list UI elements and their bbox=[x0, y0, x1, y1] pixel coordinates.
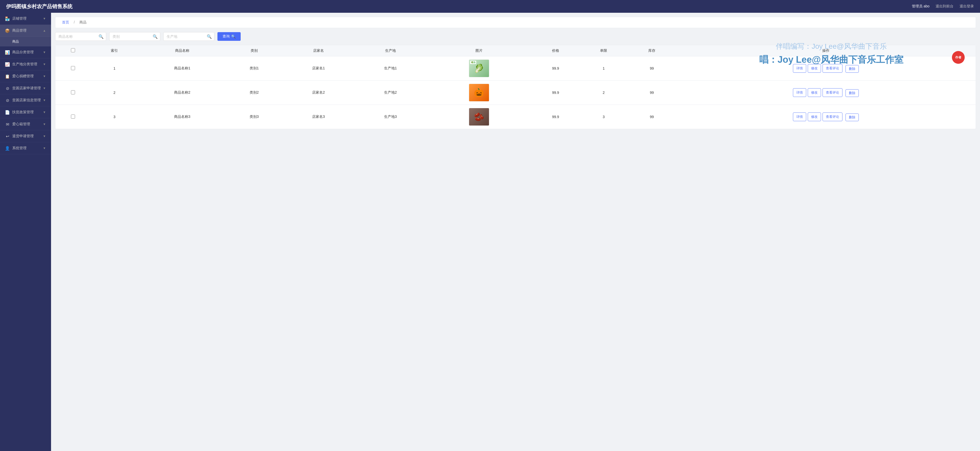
poor-info-icon: ⊘ bbox=[5, 98, 10, 103]
row-limit-0: 1 bbox=[579, 56, 628, 81]
sidebar-item-donation[interactable]: 📋 爱心捐赠管理 ▼ bbox=[0, 70, 51, 83]
sidebar-system-label: 系统管理 bbox=[12, 146, 27, 151]
sidebar-poor-info-label: 贫困店家信息管理 bbox=[12, 98, 41, 103]
detail-btn-0[interactable]: 详情 bbox=[793, 64, 806, 73]
review-btn-0[interactable]: 查看评论 bbox=[822, 64, 842, 73]
sidebar-item-policy[interactable]: 📄 扶贫政策管理 ▼ bbox=[0, 106, 51, 118]
delete-btn-2[interactable]: 删除 bbox=[845, 114, 859, 121]
edit-btn-1[interactable]: 修改 bbox=[808, 88, 821, 97]
chevron-icon-2: ▼ bbox=[43, 62, 46, 66]
refund-icon: ↩ bbox=[5, 134, 10, 138]
product-table-container: 索引 商品名称 类别 店家名 生产地 图片 价格 单限 库存 操作 bbox=[55, 45, 976, 129]
name-filter: 🔍 bbox=[55, 32, 106, 41]
row-actions-0: 详情 修改 查看评论 删除 bbox=[676, 56, 976, 81]
row-price-0: 99.9 bbox=[531, 56, 580, 81]
delete-btn-1[interactable]: 删除 bbox=[845, 89, 859, 97]
origin-filter: 🔍 bbox=[163, 32, 215, 41]
product-table: 索引 商品名称 类别 店家名 生产地 图片 价格 单限 库存 操作 bbox=[56, 45, 976, 129]
sidebar-item-poor-apply[interactable]: ⊘ 贫困店家申请管理 ▼ bbox=[0, 83, 51, 94]
chevron-icon-6: ▼ bbox=[43, 110, 46, 114]
sidebar-subitem-goods[interactable]: 商品 bbox=[0, 37, 51, 46]
row-select-2[interactable] bbox=[71, 114, 75, 119]
app-title: 伊吗图镇乡村农产品销售系统 bbox=[6, 3, 73, 10]
table-header: 索引 商品名称 类别 店家名 生产地 图片 价格 单限 库存 操作 bbox=[56, 45, 976, 56]
sidebar-item-system[interactable]: 👤 系统管理 ▼ bbox=[0, 142, 51, 154]
table-row: 2 商品名称2 类别2 店家名2 生产地2 🎃 99.9 2 99 详情 修改 … bbox=[56, 81, 976, 105]
row-index-2: 3 bbox=[90, 105, 138, 129]
col-action: 操作 bbox=[676, 45, 976, 56]
row-limit-2: 3 bbox=[579, 105, 628, 129]
review-btn-2[interactable]: 查看评论 bbox=[822, 113, 842, 121]
row-price-2: 99.9 bbox=[531, 105, 580, 129]
body-wrap: 🏪 店铺管理 ▼ 📦 商品管理 ▲ 商品 📊 商品分类管理 ▼ 📈 bbox=[0, 13, 980, 451]
sidebar-donation-label: 爱心捐赠管理 bbox=[12, 74, 34, 79]
col-origin: 生产地 bbox=[355, 45, 426, 56]
row-image-1: 🎃 bbox=[426, 81, 531, 105]
action-buttons-2: 详情 修改 查看评论 删除 bbox=[678, 113, 974, 121]
row-shop-0: 店家名1 bbox=[283, 56, 355, 81]
header: 伊吗图镇乡村农产品销售系统 管理员 abo 退出到前台 退出登录 bbox=[0, 0, 980, 13]
sidebar-item-origin[interactable]: 📈 生产地分类管理 ▼ bbox=[0, 59, 51, 70]
sidebar-item-store[interactable]: 🏪 店铺管理 ▼ bbox=[0, 13, 51, 25]
row-actions-2: 详情 修改 查看评论 删除 bbox=[676, 105, 976, 129]
poor-apply-icon: ⊘ bbox=[5, 86, 10, 91]
chevron-icon: ▼ bbox=[43, 51, 46, 54]
sidebar-item-mailbox[interactable]: ✉ 爱心箱管理 ▼ bbox=[0, 118, 51, 130]
row-index-1: 2 bbox=[90, 81, 138, 105]
name-search-icon: 🔍 bbox=[99, 34, 103, 39]
sidebar-item-poor-info[interactable]: ⊘ 贫困店家信息管理 ▼ bbox=[0, 94, 51, 106]
row-origin-2: 生产地3 bbox=[355, 105, 426, 129]
review-btn-1[interactable]: 查看评论 bbox=[822, 88, 842, 97]
col-image: 图片 bbox=[426, 45, 531, 56]
chevron-icon-4: ▼ bbox=[43, 86, 46, 90]
query-label: 查询 bbox=[223, 34, 230, 39]
row-select-0[interactable] bbox=[71, 66, 75, 70]
sidebar-item-product[interactable]: 📦 商品管理 ▲ bbox=[0, 25, 51, 37]
store-icon: 🏪 bbox=[5, 16, 10, 21]
breadcrumb: 首页 / 商品 bbox=[55, 17, 976, 28]
breadcrumb-home[interactable]: 首页 bbox=[62, 20, 69, 24]
chevron-icon-5: ▼ bbox=[43, 98, 46, 102]
main-content: 首页 / 商品 🔍 🔍 🔍 查询 🔍 bbox=[51, 13, 980, 451]
logo-overlay-0: 🌿品 bbox=[470, 61, 476, 64]
system-icon: 👤 bbox=[5, 146, 10, 151]
logout-btn[interactable]: 退出登录 bbox=[959, 4, 974, 9]
row-checkbox-0 bbox=[56, 56, 90, 81]
edit-btn-2[interactable]: 修改 bbox=[808, 113, 821, 121]
mailbox-icon: ✉ bbox=[5, 122, 10, 127]
chevron-icon-8: ▼ bbox=[43, 135, 46, 138]
breadcrumb-current: 商品 bbox=[80, 20, 86, 24]
front-btn[interactable]: 退出到前台 bbox=[935, 4, 953, 9]
chevron-icon-7: ▼ bbox=[43, 122, 46, 126]
action-buttons-0: 详情 修改 查看评论 删除 bbox=[678, 64, 974, 73]
query-search-icon: 🔍 bbox=[231, 35, 235, 38]
row-stock-1: 99 bbox=[628, 81, 676, 105]
sidebar-item-category[interactable]: 📊 商品分类管理 ▼ bbox=[0, 46, 51, 59]
action-buttons-1: 详情 修改 查看评论 删除 bbox=[678, 88, 974, 97]
col-name: 商品名称 bbox=[138, 45, 226, 56]
sidebar-refund-label: 退货申请管理 bbox=[12, 134, 34, 138]
select-all-checkbox[interactable] bbox=[71, 48, 75, 52]
row-index-0: 1 bbox=[90, 56, 138, 81]
policy-icon: 📄 bbox=[5, 110, 10, 114]
filter-row: 🔍 🔍 🔍 查询 🔍 bbox=[55, 32, 976, 41]
row-stock-2: 99 bbox=[628, 105, 676, 129]
detail-btn-2[interactable]: 详情 bbox=[793, 113, 806, 121]
detail-btn-1[interactable]: 详情 bbox=[793, 88, 806, 97]
row-origin-0: 生产地1 bbox=[355, 56, 426, 81]
row-category-1: 类别2 bbox=[226, 81, 283, 105]
delete-btn-0[interactable]: 删除 bbox=[845, 65, 859, 73]
product-image-icon-1: 🎃 bbox=[474, 88, 484, 97]
sidebar-item-refund[interactable]: ↩ 退货申请管理 ▼ bbox=[0, 130, 51, 142]
sidebar-store-label: 店铺管理 bbox=[12, 16, 27, 21]
sidebar-mailbox-label: 爱心箱管理 bbox=[12, 122, 30, 127]
row-shop-1: 店家名2 bbox=[283, 81, 355, 105]
edit-btn-0[interactable]: 修改 bbox=[808, 64, 821, 73]
row-select-1[interactable] bbox=[71, 90, 75, 94]
query-button[interactable]: 查询 🔍 bbox=[218, 32, 241, 41]
chevron-down-icon: ▼ bbox=[43, 17, 46, 21]
col-shop: 店家名 bbox=[283, 45, 355, 56]
category-filter: 🔍 bbox=[109, 32, 160, 41]
col-index: 索引 bbox=[90, 45, 138, 56]
row-name-2: 商品名称3 bbox=[138, 105, 226, 129]
